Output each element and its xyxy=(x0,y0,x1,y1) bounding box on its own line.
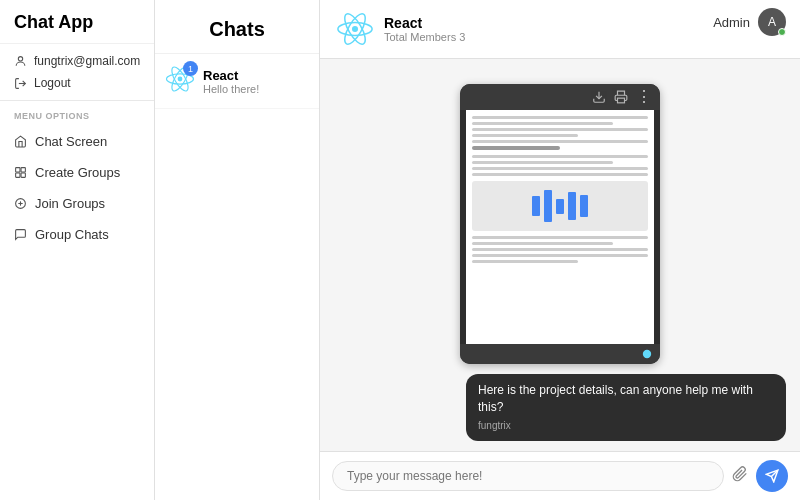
chats-panel: Chats 1 React Hello there! xyxy=(155,0,320,500)
app-title: Chat App xyxy=(0,0,154,44)
doc-preview-content xyxy=(466,110,654,344)
doc-bottom-bar xyxy=(460,344,660,364)
doc-line xyxy=(472,242,613,245)
doc-line xyxy=(472,236,648,239)
svg-point-19 xyxy=(643,350,651,358)
doc-line xyxy=(472,173,648,176)
admin-initials: A xyxy=(768,15,776,29)
user-icon xyxy=(14,55,27,68)
logout-icon xyxy=(14,77,27,90)
message-input[interactable] xyxy=(332,461,724,491)
doc-line xyxy=(472,155,648,158)
doc-bottom-icon xyxy=(642,349,652,359)
print-icon[interactable] xyxy=(614,90,628,104)
chart-bar xyxy=(556,199,564,214)
doc-chart-area xyxy=(472,181,648,231)
doc-line xyxy=(472,167,648,170)
doc-line xyxy=(472,161,613,164)
create-groups-icon xyxy=(14,166,27,179)
unread-badge: 1 xyxy=(183,61,198,76)
sidebar-item-join-groups[interactable]: Join Groups xyxy=(0,188,154,219)
user-email-item: fungtrix@gmail.com xyxy=(0,44,154,72)
admin-avatar: A xyxy=(758,8,786,36)
join-groups-icon xyxy=(14,197,27,210)
online-indicator xyxy=(778,28,786,36)
nav-create-groups-label: Create Groups xyxy=(35,165,120,180)
doc-line xyxy=(472,140,648,143)
chat-info-react: React Hello there! xyxy=(203,68,259,95)
logout-label: Logout xyxy=(34,76,71,90)
member-count: Total Members 3 xyxy=(384,31,465,43)
admin-bar: Admin A xyxy=(699,0,800,44)
message-sender: fungtrix xyxy=(478,419,774,433)
doc-line xyxy=(472,248,648,251)
doc-line xyxy=(472,260,578,263)
chat-preview: Hello there! xyxy=(203,83,259,95)
chart-bar xyxy=(568,192,576,220)
chat-window: React Total Members 3 ⋮ xyxy=(320,0,800,500)
svg-rect-18 xyxy=(618,99,625,104)
nav-join-groups-label: Join Groups xyxy=(35,196,105,211)
paperclip-icon xyxy=(732,466,748,482)
sidebar-item-group-chats[interactable]: Group Chats xyxy=(0,219,154,250)
user-email-text: fungtrix@gmail.com xyxy=(34,54,140,68)
message-input-bar xyxy=(320,451,800,500)
download-icon[interactable] xyxy=(592,90,606,104)
attachment-button[interactable] xyxy=(732,466,748,486)
group-chats-icon xyxy=(14,228,27,241)
send-button[interactable] xyxy=(756,460,788,492)
chat-list-item-react[interactable]: 1 React Hello there! xyxy=(155,54,319,109)
admin-label: Admin xyxy=(713,15,750,30)
react-logo-large xyxy=(336,10,374,48)
main-area: Admin A Chats 1 React Hello there! xyxy=(155,0,800,500)
chart-bar xyxy=(580,195,588,217)
messages-area: ⋮ xyxy=(320,59,800,451)
document-card: ⋮ xyxy=(460,84,660,364)
svg-rect-5 xyxy=(21,173,25,177)
doc-line xyxy=(472,134,578,137)
home-icon xyxy=(14,135,27,148)
more-options-icon[interactable]: ⋮ xyxy=(636,89,652,105)
doc-toolbar: ⋮ xyxy=(460,84,660,110)
chats-title: Chats xyxy=(155,0,319,54)
svg-point-0 xyxy=(18,56,22,60)
message-text: Here is the project details, can anyone … xyxy=(478,382,774,416)
message-bubble: Here is the project details, can anyone … xyxy=(466,374,786,441)
sidebar-item-chat-screen[interactable]: Chat Screen xyxy=(0,126,154,157)
chat-avatar-react: 1 xyxy=(165,64,195,98)
sidebar: Chat App fungtrix@gmail.com Logout MENU … xyxy=(0,0,155,500)
header-info: React Total Members 3 xyxy=(384,15,465,43)
chat-name: React xyxy=(203,68,259,83)
svg-rect-2 xyxy=(16,168,20,172)
doc-line xyxy=(472,254,648,257)
svg-rect-3 xyxy=(21,168,25,172)
doc-line xyxy=(472,128,648,131)
group-name: React xyxy=(384,15,465,31)
chart-bar xyxy=(532,196,540,216)
sidebar-item-create-groups[interactable]: Create Groups xyxy=(0,157,154,188)
svg-point-9 xyxy=(178,77,183,82)
nav-group-chats-label: Group Chats xyxy=(35,227,109,242)
svg-rect-4 xyxy=(16,173,20,177)
doc-line xyxy=(472,146,560,150)
menu-options-label: MENU OPTIONS xyxy=(0,101,154,126)
logout-item[interactable]: Logout xyxy=(0,72,154,101)
doc-line xyxy=(472,122,613,125)
send-icon xyxy=(765,469,779,483)
svg-point-13 xyxy=(352,26,358,32)
doc-line xyxy=(472,116,648,119)
nav-chat-screen-label: Chat Screen xyxy=(35,134,107,149)
chart-bar xyxy=(544,190,552,222)
